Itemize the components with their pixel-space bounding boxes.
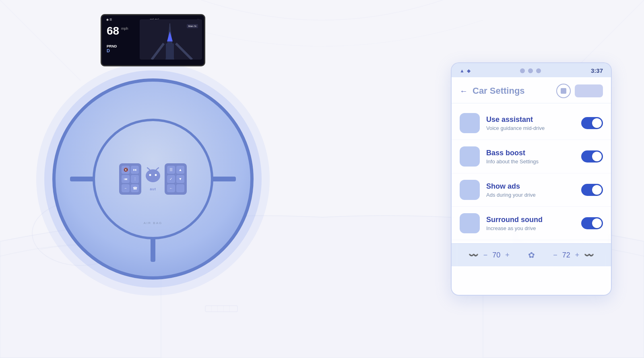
setting-icon-surround-sound (460, 213, 480, 233)
spoke-left (70, 177, 94, 181)
nav-dot-2 (528, 68, 533, 73)
prev-btn[interactable]: ⏮ (122, 175, 130, 183)
setting-text-show-ads: Show ads Ads during your drive (486, 182, 575, 198)
svg-line-16 (156, 168, 159, 170)
vol-up-btn[interactable]: ⋮ (131, 175, 139, 183)
climate-right: − 72 + 〰️ (552, 250, 594, 260)
nav-dot-3 (536, 68, 541, 73)
vol-down-btn[interactable]: − (122, 184, 130, 192)
wifi-icon: ◆ (467, 68, 471, 74)
setting-icon-bass-boost (460, 146, 480, 167)
temp-left-value: 70 (492, 251, 500, 259)
heat-right-icon: 〰️ (584, 250, 594, 260)
svg-point-12 (146, 169, 160, 182)
header-left: ← Car Settings (460, 86, 525, 96)
spoke-bottom (151, 238, 155, 262)
screen-speed-unit: mph (121, 27, 128, 31)
stop-icon (561, 88, 566, 94)
stop-button[interactable] (556, 84, 571, 98)
screen-status-icons: ◉ ☰ (106, 18, 112, 21)
setting-desc-surround-sound: Increase as you drive (486, 225, 575, 231)
right-button-cluster: ☰ ▲ ✓ ▼ ← (165, 163, 187, 195)
header-right (556, 84, 603, 98)
climate-center: ✿ (528, 250, 535, 260)
menu-btn[interactable]: ☰ (167, 166, 175, 174)
android-logo: aut (139, 167, 167, 191)
setting-title-bass-boost: Bass boost (486, 149, 575, 157)
steering-wheel-inner: 🔇 ⏭ ⏮ ⋮ − ☎ ☰ ▲ ✓ ▼ ← (93, 119, 213, 239)
temp-right-plus[interactable]: + (574, 251, 580, 259)
steering-wheel: 🔇 ⏭ ⏮ ⋮ − ☎ ☰ ▲ ✓ ▼ ← (52, 78, 254, 280)
signal-icon: ▲ (460, 68, 464, 74)
setting-text-surround-sound: Surround sound Increase as you drive (486, 216, 575, 231)
status-icons: ▲ ◆ (460, 68, 471, 74)
climate-left: 〰️ − 70 + (469, 250, 510, 260)
page-title: Car Settings (473, 86, 525, 96)
setting-title-show-ads: Show ads (486, 182, 575, 191)
svg-line-11 (176, 43, 192, 60)
temp-right-value: 72 (562, 251, 570, 259)
status-time: 3:37 (591, 67, 603, 74)
mute-btn[interactable]: 🔇 (122, 166, 130, 174)
toggle-knob-use-assistant (592, 118, 602, 128)
temp-right-minus[interactable]: − (552, 251, 558, 259)
toggle-bass-boost[interactable] (581, 150, 603, 163)
screen-speed: 68 (107, 25, 119, 37)
settings-header: ← Car Settings (452, 77, 611, 103)
screen-map: Main St (140, 19, 202, 60)
main-content: ◉ ☰ 68° 71° ▭ 68 mph PRND D Main St (0, 0, 644, 358)
svg-line-15 (147, 168, 150, 170)
toggle-knob-surround-sound (592, 218, 602, 228)
setting-title-surround-sound: Surround sound (486, 216, 575, 224)
setting-item-bass-boost: Bass boost Info about the Settings (452, 140, 611, 173)
setting-desc-bass-boost: Info about the Settings (486, 158, 575, 165)
phone-btn[interactable]: ☎ (131, 184, 139, 192)
setting-text-bass-boost: Bass boost Info about the Settings (486, 149, 575, 165)
toggle-knob-bass-boost (592, 152, 602, 161)
svg-line-10 (152, 43, 164, 60)
nav-dot-1 (520, 68, 525, 73)
check-btn[interactable]: ✓ (167, 175, 175, 183)
setting-icon-use-assistant (460, 113, 480, 133)
android-text: aut (150, 187, 156, 191)
temp-left-plus[interactable]: + (504, 251, 510, 259)
airbag-text: AIR BAG (144, 221, 162, 225)
temp-left-minus[interactable]: − (483, 251, 489, 259)
fan-icon: ✿ (528, 250, 535, 260)
toggle-show-ads[interactable] (581, 184, 603, 196)
back-button[interactable]: ← (460, 86, 468, 96)
skip-btn[interactable]: ⏭ (131, 166, 139, 174)
setting-item-use-assistant: Use assistant Voice guidance mid-drive (452, 107, 611, 140)
setting-text-use-assistant: Use assistant Voice guidance mid-drive (486, 115, 575, 131)
rect-button[interactable] (575, 84, 603, 97)
phone-status-bar: ▲ ◆ 3:37 (452, 63, 611, 77)
svg-marker-9 (167, 31, 173, 41)
back-btn[interactable]: ← (167, 184, 175, 192)
setting-desc-show-ads: Ads during your drive (486, 192, 575, 198)
setting-desc-use-assistant: Voice guidance mid-drive (486, 125, 575, 131)
settings-list: Use assistant Voice guidance mid-drive B… (452, 103, 611, 243)
svg-rect-8 (166, 43, 174, 60)
setting-title-use-assistant: Use assistant (486, 115, 575, 124)
toggle-surround-sound[interactable] (581, 217, 603, 229)
empty-btn (176, 184, 184, 192)
toggle-use-assistant[interactable] (581, 117, 603, 129)
setting-item-show-ads: Show ads Ads during your drive (452, 173, 611, 207)
svg-point-14 (155, 174, 157, 176)
screen-gear: PRND D (107, 44, 117, 53)
up-btn[interactable]: ▲ (176, 166, 184, 174)
steering-section: ◉ ☰ 68° 71° ▭ 68 mph PRND D Main St (32, 38, 274, 320)
svg-point-13 (149, 174, 151, 176)
heat-left-icon: 〰️ (469, 250, 479, 260)
climate-bar: 〰️ − 70 + ✿ − 72 + 〰️ (452, 243, 611, 266)
setting-icon-show-ads (460, 180, 480, 200)
spoke-right (212, 177, 236, 181)
down-btn[interactable]: ▼ (176, 175, 184, 183)
setting-item-surround-sound: Surround sound Increase as you drive (452, 207, 611, 240)
left-button-cluster: 🔇 ⏭ ⏮ ⋮ − ☎ (119, 163, 141, 195)
nav-dots (520, 68, 541, 73)
toggle-knob-show-ads (592, 185, 602, 195)
phone-panel: ▲ ◆ 3:37 ← Car Settings (451, 62, 612, 296)
car-screen: ◉ ☰ 68° 71° ▭ 68 mph PRND D Main St (101, 14, 205, 66)
